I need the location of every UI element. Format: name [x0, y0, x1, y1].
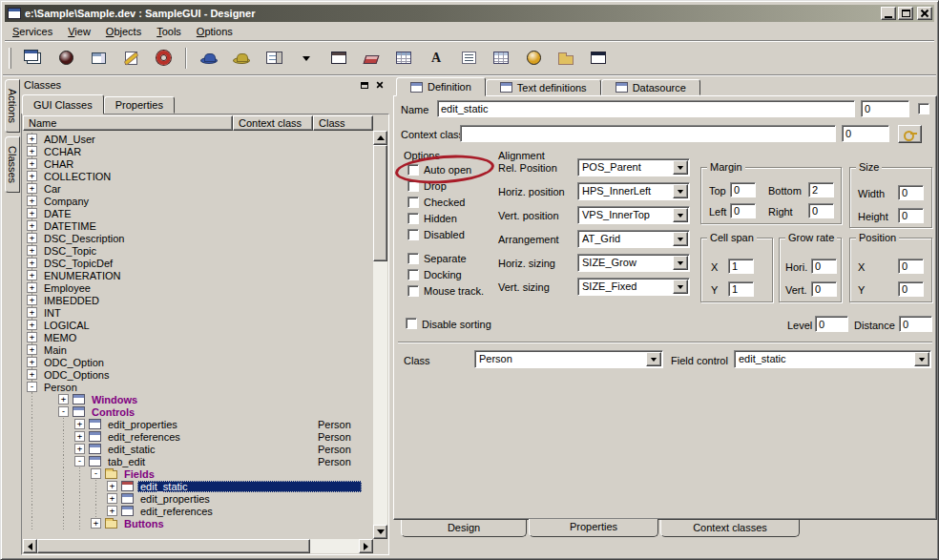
tree-expander[interactable]: + — [27, 233, 37, 243]
horiz-sizing-dropdown[interactable]: SIZE_Grow — [577, 254, 690, 272]
tree-row-collection[interactable]: +COLLECTION — [23, 170, 373, 182]
tree-item-label[interactable]: Main — [41, 344, 70, 356]
horiz-position-dropdown[interactable]: HPS_InnerLeft — [577, 182, 690, 200]
docking-checkbox[interactable] — [407, 269, 419, 280]
tree-row-datetime[interactable]: +DATETIME — [23, 219, 373, 232]
new-form-button[interactable] — [21, 46, 46, 71]
tree-row-logical[interactable]: +LOGICAL — [23, 319, 373, 331]
dropdown-button[interactable] — [673, 160, 688, 175]
font-button[interactable]: A — [424, 46, 449, 71]
column-header-class[interactable]: Class — [313, 115, 373, 131]
class-dropdown[interactable]: Person — [474, 350, 663, 368]
tree-row-company[interactable]: +Company — [23, 195, 373, 207]
tree-row-dsc-description[interactable]: +DSC_Description — [23, 232, 373, 244]
tree-row-employee[interactable]: +Employee — [23, 281, 373, 294]
dialog-window-button[interactable] — [326, 46, 351, 71]
tree-row-car[interactable]: +Car — [23, 182, 373, 195]
scroll-down-button[interactable] — [373, 525, 387, 539]
tree-item-label[interactable]: COLLECTION — [41, 171, 114, 182]
tree-expander[interactable]: + — [27, 171, 37, 181]
tree-expander[interactable]: + — [27, 295, 37, 305]
tree-item-label[interactable]: DSC_TopicDef — [41, 258, 115, 269]
scroll-up-button[interactable] — [373, 131, 387, 145]
tree-row-edit-references[interactable]: +edit_referencesPerson — [23, 430, 373, 443]
side-tab-actions[interactable]: Actions — [5, 79, 20, 133]
toolbar-grip[interactable] — [9, 48, 11, 69]
tree-row-enumeration[interactable]: +ENUMERATION — [23, 269, 373, 281]
tree-row-edit-references[interactable]: +edit_references — [23, 505, 373, 517]
disabled-checkbox[interactable] — [407, 229, 419, 240]
tree-item-label[interactable]: Person — [41, 382, 80, 393]
tree-expander[interactable]: + — [107, 506, 117, 516]
tree-expander[interactable]: + — [27, 344, 37, 355]
tree-row-dsc-topic[interactable]: +DSC_Topic — [23, 244, 373, 257]
tree-row-fields[interactable]: -Fields — [23, 467, 373, 480]
margin-right-input[interactable] — [808, 203, 834, 218]
margin-left-input[interactable] — [730, 203, 756, 218]
dark-ball-button[interactable] — [53, 46, 78, 71]
tree-item-label[interactable]: ODC_Options — [41, 369, 112, 381]
tree-row-tab-edit[interactable]: -tab_editPerson — [23, 455, 373, 467]
tree-expander[interactable]: + — [27, 357, 37, 367]
name-number-input[interactable] — [861, 100, 909, 117]
tree-expander[interactable]: + — [27, 245, 37, 256]
tree-item-label[interactable]: edit_references — [137, 506, 216, 517]
tree-item-label[interactable]: edit_static — [105, 444, 158, 455]
grow-rate-vertical-input[interactable] — [811, 281, 837, 297]
tree-row-int[interactable]: +INT — [23, 306, 373, 319]
tree-expander[interactable]: + — [27, 307, 37, 318]
field-control-dropdown[interactable]: edit_static — [734, 350, 931, 368]
tree-item-label[interactable]: edit_properties — [137, 493, 213, 505]
position-y-input[interactable] — [898, 281, 924, 297]
tree-expander[interactable]: + — [74, 444, 85, 454]
tree-item-label[interactable]: ODC_Option — [41, 357, 107, 368]
tree-expander[interactable]: + — [27, 134, 37, 144]
tree-expander[interactable]: + — [74, 431, 85, 442]
name-input[interactable] — [437, 100, 855, 117]
tree-expander[interactable]: + — [27, 220, 37, 231]
hidden-checkbox[interactable] — [407, 213, 419, 224]
vertical-scroll-thumb[interactable] — [373, 145, 387, 261]
close-button[interactable] — [917, 7, 932, 20]
tree-expander[interactable]: + — [27, 332, 37, 342]
distance-input[interactable] — [899, 316, 932, 332]
side-tab-classes[interactable]: Classes — [5, 136, 20, 193]
tree-expander[interactable]: + — [27, 158, 37, 169]
tree-expander[interactable]: + — [27, 146, 37, 156]
cards-button[interactable] — [86, 46, 111, 71]
blue-hat-button[interactable] — [197, 46, 221, 71]
window-frame-button[interactable] — [586, 46, 611, 71]
dropdown-button[interactable] — [673, 280, 688, 294]
tree-expander[interactable]: + — [91, 518, 101, 529]
name-checkbox[interactable] — [918, 103, 929, 114]
tree-item-label[interactable]: DSC_Topic — [41, 245, 99, 257]
tab-text-definitions[interactable]: Text definitions — [486, 79, 601, 95]
tree-item-label[interactable]: ADM_User — [41, 134, 98, 145]
auto-open-checkbox[interactable] — [407, 164, 419, 176]
tree-expander[interactable]: + — [27, 196, 37, 206]
form-grid-button[interactable] — [489, 46, 513, 71]
tab-definition[interactable]: Definition — [396, 77, 486, 96]
tree-expander[interactable]: + — [58, 394, 69, 404]
tree-row-odc-options[interactable]: +ODC_Options — [23, 368, 373, 381]
tree-item-label[interactable]: CHAR — [41, 158, 76, 170]
tree-item-label[interactable]: Buttons — [121, 518, 167, 529]
dropdown-button[interactable] — [673, 256, 688, 270]
tree-item-label[interactable]: tab_edit — [105, 456, 148, 467]
separate-checkbox[interactable] — [407, 253, 419, 264]
tree-row-person[interactable]: -Person — [23, 381, 373, 393]
tree-item-label[interactable]: IMBEDDED — [41, 295, 102, 306]
bottom-tab-design[interactable]: Design — [401, 520, 527, 537]
tree-row-controls[interactable]: -Controls — [23, 405, 373, 418]
menu-item-options[interactable]: Options — [189, 24, 240, 39]
eraser-button[interactable] — [359, 46, 384, 71]
position-x-input[interactable] — [898, 259, 924, 274]
text-lines-button[interactable] — [456, 46, 481, 71]
tree-expander[interactable]: - — [58, 406, 69, 417]
dropdown-button[interactable] — [646, 352, 661, 366]
maximize-button[interactable] — [898, 7, 913, 20]
tree-expander[interactable]: + — [107, 481, 117, 491]
panel-header[interactable]: Classes — [21, 76, 389, 93]
gold-ball-button[interactable] — [521, 46, 546, 71]
tree-row-imbedded[interactable]: +IMBEDDED — [23, 294, 373, 306]
